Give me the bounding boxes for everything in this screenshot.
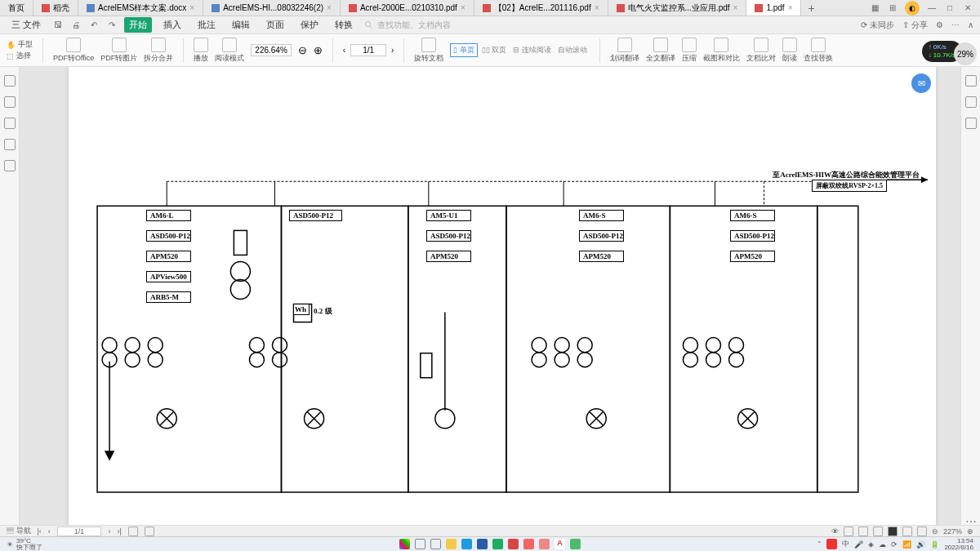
status-page[interactable]: 1/1 bbox=[57, 527, 102, 536]
crop-compare[interactable]: 截图和对比 bbox=[703, 38, 740, 64]
close-icon[interactable]: × bbox=[595, 3, 599, 12]
search-icon[interactable] bbox=[415, 539, 425, 549]
menu-comment[interactable]: 批注 bbox=[193, 17, 220, 33]
double-page[interactable]: ▯▯ 双页 bbox=[479, 44, 510, 56]
apps-icon[interactable]: ⊞ bbox=[887, 2, 898, 14]
sync-status[interactable]: ⟳ 未同步 bbox=[861, 20, 894, 31]
eye-icon[interactable]: 👁 bbox=[831, 527, 839, 535]
first-page-icon[interactable]: |‹ bbox=[38, 527, 42, 535]
pdf-to-image[interactable]: PDF转图片 bbox=[100, 38, 137, 64]
app-icon[interactable] bbox=[492, 539, 503, 549]
chevron-up-icon[interactable]: ˄ bbox=[817, 540, 822, 549]
maximize-button[interactable]: □ bbox=[944, 2, 956, 14]
menu-start[interactable]: 开始 bbox=[124, 17, 152, 33]
usage-widget[interactable]: 29% bbox=[954, 42, 977, 65]
new-tab-button[interactable]: + bbox=[801, 2, 821, 15]
tab-doc-1[interactable]: AcrelEMS-HI...08032246(2)× bbox=[203, 0, 341, 16]
comment-icon[interactable] bbox=[4, 118, 16, 129]
tab-docer[interactable]: 稻壳 bbox=[33, 0, 78, 16]
close-button[interactable]: ✕ bbox=[962, 2, 973, 14]
view-icon[interactable] bbox=[145, 527, 154, 536]
layout-icon[interactable] bbox=[873, 527, 883, 536]
layout-icon[interactable] bbox=[844, 527, 853, 536]
doc-diff[interactable]: 文档比对 bbox=[746, 38, 776, 64]
play-button[interactable]: 播放 bbox=[194, 38, 208, 64]
user-badge-icon[interactable]: ◐ bbox=[905, 1, 920, 16]
tab-doc-0[interactable]: AcrelEMS样本文案.docx× bbox=[78, 0, 203, 16]
undo-icon[interactable]: ↶ bbox=[88, 20, 100, 31]
read-mode[interactable]: 阅读模式 bbox=[215, 38, 244, 64]
fit-icon[interactable] bbox=[917, 527, 927, 536]
fit-icon[interactable] bbox=[902, 527, 912, 536]
split-merge[interactable]: 拆分合并 bbox=[144, 38, 173, 64]
compress-button[interactable]: 压缩 bbox=[682, 38, 697, 64]
close-icon[interactable]: × bbox=[461, 3, 466, 12]
thumbnail-icon[interactable] bbox=[4, 96, 16, 108]
collapse-icon[interactable]: ∧ bbox=[968, 20, 973, 29]
layout-icon[interactable] bbox=[858, 527, 868, 536]
app-icon[interactable] bbox=[570, 539, 581, 549]
tab-doc-5[interactable]: 1.pdf× bbox=[746, 0, 801, 16]
continuous-read[interactable]: ⊟ 连续阅读 bbox=[510, 44, 554, 56]
cloud-icon[interactable]: ☁ bbox=[879, 540, 886, 549]
pdf-to-office[interactable]: PDF转Office bbox=[53, 38, 94, 64]
page-number[interactable]: 1/1 bbox=[350, 44, 386, 56]
ime-icon[interactable]: 中 bbox=[842, 539, 849, 549]
redo-icon[interactable]: ↷ bbox=[106, 20, 118, 31]
tab-doc-2[interactable]: Acrel-2000E...0210310.pdf× bbox=[341, 0, 474, 16]
zoom-in-icon[interactable]: ⊕ bbox=[314, 44, 323, 56]
settings-icon[interactable] bbox=[965, 118, 977, 129]
start-icon[interactable] bbox=[399, 539, 410, 549]
share-button[interactable]: ⇪ 分享 bbox=[902, 20, 928, 31]
view-icon[interactable] bbox=[128, 527, 138, 536]
zoom-level[interactable]: 226.64% bbox=[251, 44, 291, 56]
autocad-icon[interactable]: A bbox=[555, 539, 565, 549]
save-icon[interactable]: 🖫 bbox=[52, 20, 64, 31]
menu-protect[interactable]: 保护 bbox=[296, 17, 323, 33]
auto-scroll[interactable]: 自动滚动 bbox=[555, 44, 590, 56]
full-translate[interactable]: 全文翻译 bbox=[646, 38, 675, 64]
close-icon[interactable]: × bbox=[733, 3, 738, 12]
next-page-icon[interactable]: › bbox=[391, 46, 394, 55]
history-icon[interactable] bbox=[965, 96, 977, 108]
play-icon[interactable] bbox=[888, 527, 898, 536]
next-page-icon[interactable]: › bbox=[108, 527, 110, 535]
read-aloud[interactable]: 朗读 bbox=[782, 38, 797, 64]
zoom-tool-icon[interactable] bbox=[965, 75, 977, 87]
clock[interactable]: 13:542022/8/16 bbox=[944, 538, 973, 551]
menu-convert[interactable]: 转换 bbox=[330, 17, 358, 33]
select-tool[interactable]: ⬚选择 bbox=[7, 51, 33, 61]
close-icon[interactable]: × bbox=[788, 3, 793, 12]
single-page[interactable]: ▯ 单页 bbox=[450, 43, 478, 57]
edge-icon[interactable] bbox=[461, 539, 472, 549]
more-icon[interactable]: ⋯ bbox=[951, 20, 960, 29]
tab-doc-3[interactable]: 【02】AcrelE...201116.pdf× bbox=[474, 0, 608, 16]
tab-doc-4[interactable]: 电气火灾监控系...业应用.pdf× bbox=[608, 0, 747, 16]
nav-toggle[interactable]: ▤ 导航 bbox=[7, 526, 31, 536]
shield-icon[interactable]: ◈ bbox=[868, 540, 874, 549]
zoom-out[interactable]: ⊖ bbox=[932, 527, 938, 535]
menu-edit[interactable]: 编辑 bbox=[227, 17, 255, 33]
menu-page[interactable]: 页面 bbox=[261, 17, 289, 33]
find-replace[interactable]: 查找替换 bbox=[804, 38, 833, 64]
close-icon[interactable]: × bbox=[189, 3, 194, 12]
mic-icon[interactable]: 🎤 bbox=[854, 540, 863, 549]
viewport[interactable]: ✉ bbox=[20, 67, 960, 528]
word-translate[interactable]: 划词翻译 bbox=[610, 38, 639, 64]
battery-icon[interactable]: 🔋 bbox=[930, 540, 939, 549]
prev-page-icon[interactable]: ‹ bbox=[343, 46, 345, 55]
status-zoom[interactable]: 227% bbox=[943, 527, 962, 535]
tab-home[interactable]: 首页 bbox=[0, 0, 33, 16]
file-menu[interactable]: 三 文件 bbox=[7, 17, 46, 33]
zoom-in[interactable]: ⊕ bbox=[967, 527, 973, 535]
wps-icon[interactable] bbox=[523, 539, 534, 549]
grid-icon[interactable]: ▦ bbox=[869, 2, 880, 14]
prev-page-icon[interactable]: ‹ bbox=[48, 527, 51, 535]
wps-icon[interactable] bbox=[508, 539, 519, 549]
close-icon[interactable]: × bbox=[327, 3, 332, 12]
wps-icon[interactable] bbox=[539, 539, 550, 549]
zoom-out-icon[interactable]: ⊖ bbox=[298, 44, 307, 56]
volume-icon[interactable]: 🔊 bbox=[916, 540, 925, 549]
wifi-icon[interactable]: 📶 bbox=[902, 540, 911, 549]
hand-tool[interactable]: ✋手型 bbox=[7, 39, 33, 50]
